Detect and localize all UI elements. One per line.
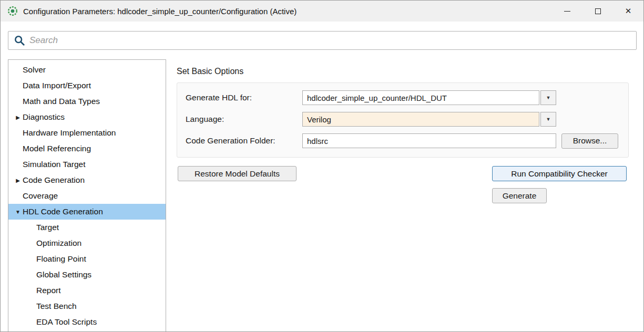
maximize-icon [595, 8, 601, 14]
simulink-config-icon [7, 5, 18, 17]
sidebar-item-diagnostics[interactable]: ▶ Diagnostics [8, 109, 166, 125]
window-title: Configuration Parameters: hdlcoder_simpl… [23, 7, 297, 16]
tree-expanded-arrow-icon[interactable]: ▼ [13, 209, 23, 215]
generate-hdl-for-label: Generate HDL for: [186, 93, 302, 102]
sidebar-item-label: Coverage [23, 191, 58, 201]
tree-collapsed-arrow-icon[interactable]: ▶ [13, 115, 23, 120]
generate-hdl-for-dropdown[interactable]: hdlcoder_simple_up_counter/HDL_DUT ▼ [302, 90, 556, 105]
sidebar-item-coverage[interactable]: Coverage [8, 188, 166, 204]
restore-model-defaults-button[interactable]: Restore Model Defaults [178, 166, 297, 181]
sidebar-item-label: Hardware Implementation [23, 128, 116, 138]
sidebar-item-label: Test Bench [36, 302, 77, 311]
sidebar-item-label: HDL Code Generation [23, 207, 103, 216]
sidebar-item-label: Floating Point [36, 254, 86, 264]
code-generation-folder-row: Code Generation Folder: Browse... [186, 133, 620, 148]
sidebar-item-label: Code Generation [23, 175, 85, 185]
sidebar-item-solver[interactable]: Solver [8, 62, 166, 78]
language-dropdown[interactable]: Verilog ▼ [302, 112, 556, 127]
sidebar-item-label: Model Referencing [23, 144, 91, 153]
close-icon: ✕ [625, 6, 632, 16]
sidebar-item-test-bench[interactable]: Test Bench [8, 298, 166, 314]
run-compatibility-checker-button[interactable]: Run Compatibility Checker [492, 166, 627, 181]
sidebar-item-model-referencing[interactable]: Model Referencing [8, 141, 166, 157]
code-generation-folder-input[interactable] [302, 133, 556, 148]
title-bar: Configuration Parameters: hdlcoder_simpl… [1, 1, 643, 22]
language-label: Language: [186, 115, 302, 124]
sidebar-item-code-generation[interactable]: ▶ Code Generation [8, 172, 166, 188]
sidebar-item-label: EDA Tool Scripts [36, 317, 97, 327]
language-value[interactable]: Verilog [302, 112, 539, 127]
sidebar-item-label: Simulation Target [23, 160, 85, 169]
language-row: Language: Verilog ▼ [186, 112, 620, 127]
sidebar-item-data-import-export[interactable]: Data Import/Export [8, 78, 166, 94]
sidebar-item-target[interactable]: Target [8, 220, 166, 235]
generate-hdl-for-value[interactable]: hdlcoder_simple_up_counter/HDL_DUT [302, 90, 539, 105]
sidebar-item-label: Report [36, 286, 61, 295]
sidebar-item-hdl-code-generation[interactable]: ▼ HDL Code Generation [8, 204, 166, 220]
search-bar [8, 31, 637, 50]
sidebar-item-global-settings[interactable]: Global Settings [8, 267, 166, 283]
window-controls: ✕ [552, 1, 643, 22]
sidebar-item-eda-tool-scripts[interactable]: EDA Tool Scripts [8, 314, 166, 330]
sidebar-item-label: Target [36, 223, 59, 232]
browse-button[interactable]: Browse... [561, 133, 618, 149]
sidebar-item-floating-point[interactable]: Floating Point [8, 251, 166, 267]
sidebar-item-label: Optimization [36, 238, 81, 248]
chevron-down-icon[interactable]: ▼ [540, 90, 556, 105]
config-tree-sidebar: Solver Data Import/Export Math and Data … [8, 59, 166, 332]
sidebar-item-label: Data Import/Export [23, 81, 91, 90]
sidebar-item-math-and-data-types[interactable]: Math and Data Types [8, 94, 166, 109]
minimize-button[interactable] [552, 1, 582, 22]
sidebar-item-label: Global Settings [36, 270, 91, 279]
sidebar-item-hardware-implementation[interactable]: Hardware Implementation [8, 125, 166, 141]
generate-button[interactable]: Generate [492, 188, 547, 203]
sidebar-item-optimization[interactable]: Optimization [8, 235, 166, 251]
close-button[interactable]: ✕ [613, 1, 643, 22]
sidebar-item-label: Diagnostics [23, 112, 65, 122]
action-buttons: Restore Model Defaults Run Compatibility… [177, 166, 629, 208]
search-icon [14, 35, 25, 46]
sidebar-item-label: Solver [23, 65, 46, 75]
sidebar-item-simulation-target[interactable]: Simulation Target [8, 157, 166, 172]
basic-options-group: Generate HDL for: hdlcoder_simple_up_cou… [177, 82, 629, 158]
generate-hdl-for-row: Generate HDL for: hdlcoder_simple_up_cou… [186, 90, 620, 105]
minimize-icon [564, 11, 570, 12]
maximize-button[interactable] [582, 1, 613, 22]
chevron-down-icon[interactable]: ▼ [540, 112, 556, 127]
code-generation-folder-label: Code Generation Folder: [186, 136, 302, 146]
search-input[interactable] [29, 32, 631, 49]
main-panel: Set Basic Options Generate HDL for: hdlc… [177, 67, 637, 208]
page-title: Set Basic Options [177, 67, 637, 76]
sidebar-item-report[interactable]: Report [8, 283, 166, 298]
sidebar-item-label: Math and Data Types [23, 97, 100, 106]
tree-collapsed-arrow-icon[interactable]: ▶ [13, 178, 23, 183]
